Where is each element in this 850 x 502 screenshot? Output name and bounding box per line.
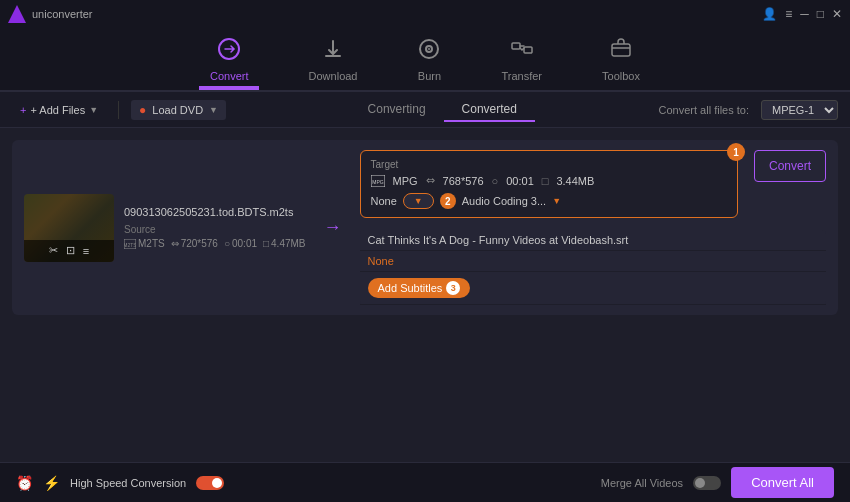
add-subtitles-button[interactable]: Add Subtitles 3 bbox=[368, 278, 471, 298]
format-select[interactable]: MPEG-1 bbox=[761, 100, 838, 120]
target-format: MPG bbox=[393, 175, 418, 187]
convert-button[interactable]: Convert bbox=[754, 150, 826, 182]
minimize-icon[interactable]: ─ bbox=[800, 7, 809, 21]
target-duration: 00:01 bbox=[506, 175, 534, 187]
main-content: ✂ ⊡ ≡ 090313062505231.tod.BDTS.m2ts Sour… bbox=[0, 128, 850, 462]
nav-burn[interactable]: Burn bbox=[407, 31, 451, 88]
nav-toolbox[interactable]: Toolbox bbox=[592, 31, 650, 88]
download-nav-icon bbox=[321, 37, 345, 66]
convert-nav-label: Convert bbox=[210, 70, 249, 82]
title-bar: uniconverter 👤 ≡ ─ □ ✕ bbox=[0, 0, 850, 28]
cut-icon[interactable]: ✂ bbox=[49, 244, 58, 257]
audio-row: None ▼ 2 Audio Coding 3... ▼ bbox=[371, 193, 727, 209]
add-files-button[interactable]: + + Add Files ▼ bbox=[12, 101, 106, 119]
target-label: Target bbox=[371, 159, 727, 170]
subtitle-file-row: Cat Thinks It's A Dog - Funny Videos at … bbox=[360, 230, 826, 251]
badge-1: 1 bbox=[727, 143, 745, 161]
title-bar-left: uniconverter bbox=[8, 5, 93, 23]
toolbar-divider bbox=[118, 101, 119, 119]
transfer-nav-label: Transfer bbox=[501, 70, 542, 82]
tab-converted[interactable]: Converted bbox=[444, 98, 535, 122]
settings-icon[interactable]: ≡ bbox=[83, 245, 89, 257]
svg-point-3 bbox=[428, 48, 430, 50]
file-meta: M2TS M2TS ⇔ 720*576 ○ 00:01 □ 4.47MB bbox=[124, 238, 306, 249]
dropdown-1-arrow: ▼ bbox=[414, 196, 423, 206]
nav-transfer[interactable]: Transfer bbox=[491, 31, 552, 88]
add-files-dropdown-icon[interactable]: ▼ bbox=[89, 105, 98, 115]
merge-label: Merge All Videos bbox=[601, 477, 683, 489]
thumbnail: ✂ ⊡ ≡ bbox=[24, 194, 114, 262]
target-dimensions-icon: ⇔ bbox=[426, 174, 435, 187]
toolbox-nav-label: Toolbox bbox=[602, 70, 640, 82]
load-dvd-dropdown-icon[interactable]: ▼ bbox=[209, 105, 218, 115]
subtitle-none-row: None bbox=[360, 251, 826, 272]
toolbox-nav-icon bbox=[609, 37, 633, 66]
user-icon[interactable]: 👤 bbox=[762, 7, 777, 21]
file-info: 090313062505231.tod.BDTS.m2ts Source M2T… bbox=[124, 206, 306, 249]
title-bar-controls: 👤 ≡ ─ □ ✕ bbox=[762, 7, 842, 21]
convert-all-label: Convert all files to: bbox=[659, 104, 749, 116]
speed-label: High Speed Conversion bbox=[70, 477, 186, 489]
file-icon: □ bbox=[263, 238, 269, 249]
source-format: M2TS bbox=[138, 238, 165, 249]
add-files-icon: + bbox=[20, 104, 26, 116]
merge-toggle[interactable] bbox=[693, 476, 721, 490]
burn-nav-icon bbox=[417, 37, 441, 66]
source-size: □ 4.47MB bbox=[263, 238, 306, 249]
app-name: uniconverter bbox=[32, 8, 93, 20]
source-duration: ○ 00:01 bbox=[224, 238, 257, 249]
subtitle-none-label: None bbox=[368, 255, 394, 267]
burn-nav-label: Burn bbox=[418, 70, 441, 82]
app-logo bbox=[8, 5, 26, 23]
load-dvd-button[interactable]: ● Load DVD ▼ bbox=[131, 100, 226, 120]
subtitle-section: Cat Thinks It's A Dog - Funny Videos at … bbox=[360, 230, 826, 305]
svg-rect-4 bbox=[512, 43, 520, 49]
add-subtitles-label: Add Subtitles bbox=[378, 282, 443, 294]
format-badge: M2TS M2TS bbox=[124, 238, 165, 249]
target-area: 1 Target MPG MPG ⇔ 768*576 ○ 00:01 □ 3.4… bbox=[360, 150, 826, 305]
add-files-label: + Add Files bbox=[30, 104, 85, 116]
speed-toggle[interactable] bbox=[196, 476, 224, 490]
convert-arrow: → bbox=[316, 217, 350, 238]
tab-group: Converting Converted bbox=[234, 98, 650, 122]
audio-none-label: None bbox=[371, 195, 397, 207]
tab-converting[interactable]: Converting bbox=[350, 98, 444, 122]
add-subtitles-row: Add Subtitles 3 bbox=[360, 272, 826, 305]
svg-text:MPG: MPG bbox=[372, 178, 384, 184]
svg-rect-6 bbox=[612, 44, 630, 56]
target-size: 3.44MB bbox=[556, 175, 594, 187]
audio-dropdown-1[interactable]: ▼ bbox=[403, 193, 434, 209]
audio-coding-label: Audio Coding 3... bbox=[462, 195, 546, 207]
menu-icon[interactable]: ≡ bbox=[785, 7, 792, 21]
maximize-icon[interactable]: □ bbox=[817, 7, 824, 21]
target-box: 1 Target MPG MPG ⇔ 768*576 ○ 00:01 □ 3.4… bbox=[360, 150, 738, 218]
convert-all-button[interactable]: Convert All bbox=[731, 467, 834, 498]
convert-nav-icon bbox=[217, 37, 241, 66]
crop-icon[interactable]: ⊡ bbox=[66, 244, 75, 257]
file-item: ✂ ⊡ ≡ 090313062505231.tod.BDTS.m2ts Sour… bbox=[12, 140, 838, 315]
clock-small-icon: ○ bbox=[224, 238, 230, 249]
target-meta: MPG MPG ⇔ 768*576 ○ 00:01 □ 3.44MB bbox=[371, 174, 727, 187]
source-label: Source bbox=[124, 224, 306, 235]
nav-download[interactable]: Download bbox=[299, 31, 368, 88]
bottom-left: ⏰ ⚡ High Speed Conversion bbox=[16, 475, 591, 491]
source-dimensions: ⇔ 720*576 bbox=[171, 238, 218, 249]
clock-icon: ⏰ bbox=[16, 475, 33, 491]
bottom-right: Merge All Videos Convert All bbox=[601, 467, 834, 498]
svg-text:M2TS: M2TS bbox=[124, 241, 136, 247]
close-button[interactable]: ✕ bbox=[832, 7, 842, 21]
badge-2: 2 bbox=[440, 193, 456, 209]
target-dimensions: 768*576 bbox=[443, 175, 484, 187]
thumbnail-controls: ✂ ⊡ ≡ bbox=[24, 240, 114, 262]
transfer-nav-icon bbox=[510, 37, 534, 66]
target-row: 1 Target MPG MPG ⇔ 768*576 ○ 00:01 □ 3.4… bbox=[360, 150, 826, 218]
speed-icon: ⚡ bbox=[43, 475, 60, 491]
bottom-bar: ⏰ ⚡ High Speed Conversion Merge All Vide… bbox=[0, 462, 850, 502]
badge-3: 3 bbox=[446, 281, 460, 295]
svg-rect-5 bbox=[524, 47, 532, 53]
dimensions-icon: ⇔ bbox=[171, 238, 179, 249]
download-nav-label: Download bbox=[309, 70, 358, 82]
audio-dropdown-2-arrow[interactable]: ▼ bbox=[552, 196, 561, 206]
nav-bar: Convert Download Burn bbox=[0, 28, 850, 92]
nav-convert[interactable]: Convert bbox=[200, 31, 259, 88]
